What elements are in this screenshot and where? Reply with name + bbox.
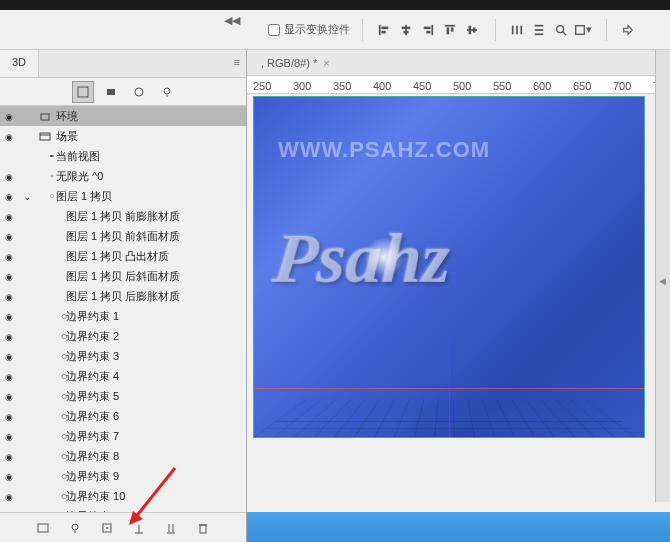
eye-icon[interactable] bbox=[5, 210, 13, 222]
eye-icon[interactable] bbox=[5, 470, 13, 482]
eye-icon[interactable] bbox=[5, 230, 13, 242]
3d-panel: 3D ≡ 环境 场景 bbox=[0, 50, 247, 542]
eye-icon[interactable] bbox=[5, 430, 13, 442]
tree-row-material[interactable]: 图层 1 拷贝 前膨胀材质 bbox=[0, 206, 246, 226]
eye-icon[interactable] bbox=[5, 170, 13, 182]
collapse-icon[interactable]: ◀◀ bbox=[224, 14, 240, 27]
3d-mode-button[interactable]: ▾ bbox=[572, 19, 594, 41]
eye-icon[interactable] bbox=[5, 410, 13, 422]
align-middle-button[interactable] bbox=[461, 19, 483, 41]
close-tab-icon[interactable]: × bbox=[323, 57, 329, 69]
panel-menu-icon[interactable]: ≡ bbox=[228, 50, 246, 77]
tree-label: 场景 bbox=[54, 129, 78, 144]
tree-row-constraint[interactable]: ○边界约束 9 bbox=[0, 466, 246, 486]
ruler-tick: 700 bbox=[613, 80, 631, 92]
align-left-button[interactable] bbox=[373, 19, 395, 41]
material-icon bbox=[36, 270, 64, 282]
document-tab[interactable]: , RGB/8#) * × bbox=[253, 53, 338, 73]
svg-rect-16 bbox=[516, 25, 518, 34]
tree-label: 图层 1 拷贝 后膨胀材质 bbox=[64, 289, 180, 304]
tree-row-layer-copy[interactable]: ⌄ 图层 1 拷贝 bbox=[0, 186, 246, 206]
render-button[interactable] bbox=[34, 519, 52, 537]
svg-rect-19 bbox=[535, 29, 544, 31]
add-button[interactable] bbox=[130, 519, 148, 537]
svg-rect-17 bbox=[520, 25, 522, 34]
eye-icon[interactable] bbox=[5, 350, 13, 362]
tree-row-material[interactable]: 图层 1 拷贝 凸出材质 bbox=[0, 246, 246, 266]
new-light-button[interactable] bbox=[66, 519, 84, 537]
delete-button[interactable] bbox=[194, 519, 212, 537]
eye-icon[interactable] bbox=[5, 130, 13, 142]
distribute-v-button[interactable] bbox=[528, 19, 550, 41]
material-icon bbox=[36, 250, 64, 262]
tab-3d[interactable]: 3D bbox=[0, 50, 39, 77]
eye-icon[interactable] bbox=[5, 270, 13, 282]
filter-material-button[interactable] bbox=[128, 81, 150, 103]
svg-rect-32 bbox=[50, 155, 52, 157]
ruler-tick: 450 bbox=[413, 80, 431, 92]
eye-icon[interactable] bbox=[5, 450, 13, 462]
new-mesh-button[interactable] bbox=[98, 519, 116, 537]
tree-label: 图层 1 拷贝 凸出材质 bbox=[64, 249, 169, 264]
constraint-icon: ○ bbox=[36, 450, 64, 462]
align-top-button[interactable] bbox=[439, 19, 461, 41]
filter-row bbox=[0, 78, 246, 106]
right-panel-collapsed[interactable]: ◀ bbox=[655, 50, 670, 502]
filter-mesh-button[interactable] bbox=[100, 81, 122, 103]
tree-row-scene[interactable]: 场景 bbox=[0, 126, 246, 146]
eye-icon[interactable] bbox=[5, 290, 13, 302]
tree-row-constraint[interactable]: ○边界约束 8 bbox=[0, 446, 246, 466]
eye-icon[interactable] bbox=[5, 330, 13, 342]
align-center-h-button[interactable] bbox=[395, 19, 417, 41]
tree-row-constraint[interactable]: ○边界约束 7 bbox=[0, 426, 246, 446]
canvas[interactable]: WWW.PSAHZ.COM Psahz bbox=[253, 96, 645, 438]
tree-row-environment[interactable]: 环境 bbox=[0, 106, 246, 126]
svg-rect-1 bbox=[381, 26, 388, 29]
tree-row-material[interactable]: 图层 1 拷贝 后膨胀材质 bbox=[0, 286, 246, 306]
zoom-icon[interactable] bbox=[550, 19, 572, 41]
tree-row-constraint[interactable]: ○边界约束 6 bbox=[0, 406, 246, 426]
eye-icon[interactable] bbox=[5, 110, 13, 122]
collapse-toggle[interactable]: ⌄ bbox=[18, 191, 36, 202]
ruler-tick: 650 bbox=[573, 80, 591, 92]
constraint-icon: ○ bbox=[36, 470, 64, 482]
distribute-h-button[interactable] bbox=[506, 19, 528, 41]
eye-icon[interactable] bbox=[5, 490, 13, 502]
tree-row-material[interactable]: 图层 1 拷贝 后斜面材质 bbox=[0, 266, 246, 286]
eye-icon[interactable] bbox=[5, 390, 13, 402]
align-right-button[interactable] bbox=[417, 19, 439, 41]
eye-icon[interactable] bbox=[5, 190, 13, 202]
svg-rect-14 bbox=[473, 27, 476, 32]
tree-row-material[interactable]: 图层 1 拷贝 前斜面材质 bbox=[0, 226, 246, 246]
tree-row-constraint[interactable]: ○边界约束 5 bbox=[0, 386, 246, 406]
eye-icon[interactable] bbox=[5, 310, 13, 322]
tree-label: 边界约束 2 bbox=[64, 329, 119, 344]
constraint-icon: ○ bbox=[36, 490, 64, 502]
eye-icon[interactable] bbox=[5, 250, 13, 262]
duplicate-button[interactable] bbox=[162, 519, 180, 537]
ruler-tick: 250 bbox=[253, 80, 271, 92]
eye-icon[interactable] bbox=[5, 370, 13, 382]
svg-rect-9 bbox=[445, 24, 455, 26]
tree-row-constraint[interactable]: ○边界约束 1 bbox=[0, 306, 246, 326]
show-transform-checkbox[interactable]: 显示变换控件 bbox=[268, 22, 350, 37]
ruler-horizontal[interactable]: 2503003504004505005506006507007 bbox=[247, 76, 670, 94]
ruler-tick: 300 bbox=[293, 80, 311, 92]
filter-scene-button[interactable] bbox=[72, 81, 94, 103]
tree-row-constraint[interactable]: ○边界约束 2 bbox=[0, 326, 246, 346]
share-button[interactable] bbox=[617, 19, 639, 41]
scene-icon bbox=[36, 130, 54, 142]
tree-row-current-view[interactable]: 当前视图 bbox=[0, 146, 246, 166]
tree-row-infinite-light[interactable]: 无限光 ^0 bbox=[0, 166, 246, 186]
svg-rect-23 bbox=[576, 25, 585, 34]
3d-text-object[interactable]: Psahz bbox=[274, 217, 624, 397]
3d-tree[interactable]: 环境 场景 当前视图 无限光 ^0 ⌄ bbox=[0, 106, 246, 512]
tree-row-constraint[interactable]: ○边界约束 3 bbox=[0, 346, 246, 366]
filter-light-button[interactable] bbox=[156, 81, 178, 103]
tree-row-constraint[interactable]: ○边界约束 4 bbox=[0, 366, 246, 386]
document-tab-label: , RGB/8#) * bbox=[261, 57, 317, 69]
expand-handle-icon[interactable]: ◀ bbox=[659, 276, 666, 286]
svg-rect-5 bbox=[403, 30, 408, 33]
ruler-tick: 350 bbox=[333, 80, 351, 92]
tree-row-constraint[interactable]: ○边界约束 10 bbox=[0, 486, 246, 506]
